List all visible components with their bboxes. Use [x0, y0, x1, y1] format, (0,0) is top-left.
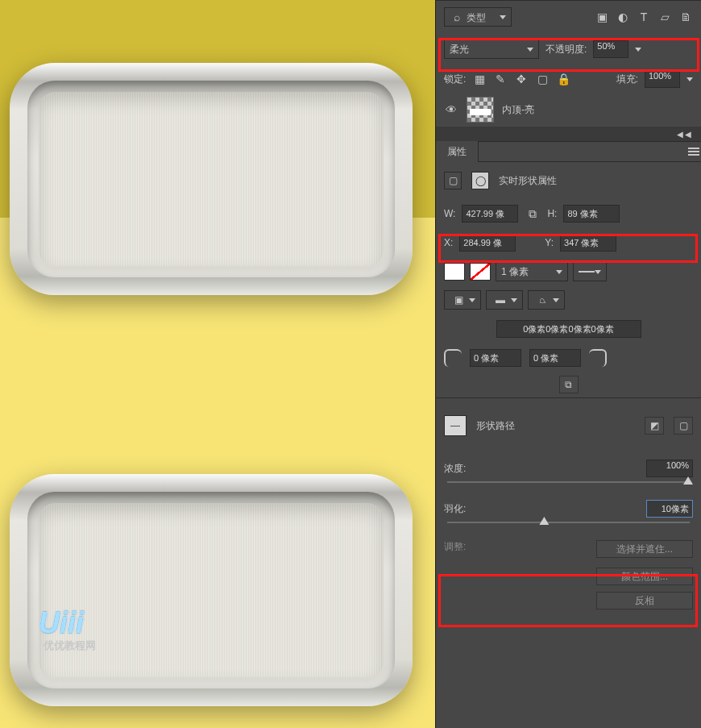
- visibility-eye-icon[interactable]: 👁: [444, 102, 458, 117]
- link-icon: ⧉: [565, 379, 572, 390]
- link-wh-icon[interactable]: ⧉: [525, 207, 541, 221]
- invert-row: 反相: [436, 589, 701, 613]
- stroke-cap-dropdown[interactable]: ▬: [486, 290, 523, 310]
- adjust-row: 调整: 选择并遮住...: [436, 540, 701, 564]
- stroke-align-dropdown[interactable]: ▣: [444, 290, 481, 310]
- feather-slider[interactable]: [447, 519, 690, 526]
- corner-tr-icon: [589, 349, 607, 367]
- shape-tool-icon[interactable]: ▢: [444, 172, 462, 189]
- filter-text-icon[interactable]: T: [637, 10, 651, 24]
- align-outside-icon: ▣: [450, 291, 467, 309]
- canvas-column: Uiii 优优教程网: [0, 0, 435, 728]
- panel-collapse-row[interactable]: ◀◀: [436, 127, 701, 141]
- feather-input[interactable]: [646, 500, 693, 518]
- solid-line-icon: [579, 271, 595, 272]
- filter-label: 类型: [467, 12, 486, 23]
- panels: ⌕ 类型 ▣ ◐ T ▱ 🗎 柔光 不透明度: 50% 锁定: ▦ ✎ ✥ ▢ …: [435, 0, 701, 728]
- density-slider[interactable]: [447, 479, 690, 485]
- chevron-down-icon: [595, 270, 601, 274]
- metal-button-preview: [10, 474, 413, 706]
- opacity-input[interactable]: 50%: [593, 40, 628, 58]
- chevron-down-icon: [553, 298, 559, 302]
- height-input[interactable]: [563, 205, 620, 223]
- x-input[interactable]: [459, 234, 516, 252]
- dimensions-row: W: ⧉ H:: [436, 199, 701, 228]
- canvas-preview-1: [0, 0, 435, 442]
- metal-button-preview: [10, 63, 413, 295]
- adjust-label: 调整:: [444, 540, 466, 554]
- lock-artboard-icon[interactable]: ▢: [535, 72, 550, 86]
- density-row: 浓度: 100%: [436, 458, 701, 479]
- blend-opacity-row: 柔光 不透明度: 50%: [436, 33, 701, 65]
- masks-title-row: — 形状路径 ◩ ▢: [436, 408, 701, 443]
- layer-thumbnail: [467, 97, 494, 123]
- chevron-down-icon[interactable]: [635, 48, 641, 52]
- width-input[interactable]: [462, 205, 518, 223]
- corner-radius-row: [436, 344, 701, 372]
- fill-label: 填充:: [616, 73, 638, 86]
- lock-move-icon[interactable]: ✥: [514, 72, 529, 86]
- fill-input[interactable]: 100%: [645, 70, 680, 88]
- chevron-down-icon: [556, 270, 562, 274]
- w-label: W:: [444, 208, 455, 219]
- corner-tr-input[interactable]: [529, 349, 581, 367]
- pixel-mask-icon[interactable]: ◩: [645, 417, 664, 435]
- color-range-button[interactable]: 颜色范围...: [596, 568, 693, 585]
- chevron-down-icon: [500, 15, 506, 19]
- link-corners-row: ⧉: [436, 372, 701, 397]
- properties-title-row: ▢ ◯ 实时形状属性: [436, 162, 701, 199]
- watermark-logo: Uiii: [39, 606, 84, 640]
- feather-row: 羽化:: [436, 498, 701, 519]
- stroke-join-dropdown[interactable]: ⏢: [528, 290, 565, 310]
- stroke-swatch[interactable]: [470, 263, 491, 281]
- position-row: X: Y:: [436, 228, 701, 257]
- properties-tab[interactable]: 属性: [436, 141, 479, 162]
- lock-paint-icon[interactable]: ✎: [493, 72, 508, 86]
- blend-mode-value: 柔光: [450, 43, 469, 56]
- collapse-icon: ◀◀: [677, 130, 693, 139]
- lock-label: 锁定:: [444, 73, 466, 86]
- density-input[interactable]: 100%: [646, 460, 693, 477]
- chevron-down-icon: [469, 298, 475, 302]
- canvas-preview-2: [0, 442, 435, 728]
- x-label: X:: [444, 237, 453, 248]
- join-miter-icon: ⏢: [533, 291, 551, 309]
- invert-button[interactable]: 反相: [596, 592, 693, 609]
- lock-all-icon[interactable]: 🔒: [556, 72, 570, 86]
- vector-mask-icon[interactable]: ▢: [674, 417, 693, 435]
- filter-shape-icon[interactable]: ▱: [657, 10, 672, 24]
- watermark-sub: 优优教程网: [44, 639, 96, 653]
- corner-tl-icon: [444, 349, 462, 367]
- stroke-width-dropdown[interactable]: 1 像素: [496, 262, 568, 281]
- stroke-style-dropdown[interactable]: [573, 262, 607, 281]
- filter-image-icon[interactable]: ▣: [595, 10, 609, 24]
- mask-tool-icon[interactable]: ◯: [471, 172, 489, 189]
- chevron-down-icon[interactable]: [686, 77, 693, 81]
- lock-row: 锁定: ▦ ✎ ✥ ▢ 🔒 填充: 100%: [436, 65, 701, 93]
- corner-tl-input[interactable]: [470, 349, 521, 367]
- mask-thumb-icon[interactable]: —: [444, 415, 467, 436]
- fill-stroke-row: 1 像素: [436, 257, 701, 286]
- filter-smart-icon[interactable]: 🗎: [678, 10, 693, 24]
- y-label: Y:: [545, 237, 554, 248]
- layer-name[interactable]: 内顶-亮: [502, 103, 534, 117]
- panel-menu-icon[interactable]: [686, 144, 701, 159]
- h-label: H:: [547, 208, 557, 219]
- link-corners-button[interactable]: ⧉: [559, 376, 579, 393]
- feather-label: 羽化:: [444, 502, 466, 516]
- cap-butt-icon: ▬: [492, 291, 509, 309]
- layer-row[interactable]: 👁 内顶-亮: [436, 93, 701, 127]
- blend-mode-dropdown[interactable]: 柔光: [444, 40, 539, 59]
- filter-adjust-icon[interactable]: ◐: [616, 10, 630, 24]
- feather-slider-wrap: [436, 519, 701, 540]
- corner-readout[interactable]: [496, 320, 641, 338]
- fill-swatch[interactable]: [444, 263, 465, 281]
- chevron-down-icon: [511, 298, 517, 302]
- y-input[interactable]: [560, 234, 616, 252]
- masks-title: 形状路径: [476, 419, 515, 433]
- lock-transparency-icon[interactable]: ▦: [472, 72, 487, 86]
- select-and-mask-button[interactable]: 选择并遮住...: [596, 540, 693, 558]
- color-range-row: 颜色范围...: [436, 564, 701, 589]
- density-slider-wrap: [436, 479, 701, 498]
- layer-filter-type-dropdown[interactable]: ⌕ 类型: [444, 7, 512, 27]
